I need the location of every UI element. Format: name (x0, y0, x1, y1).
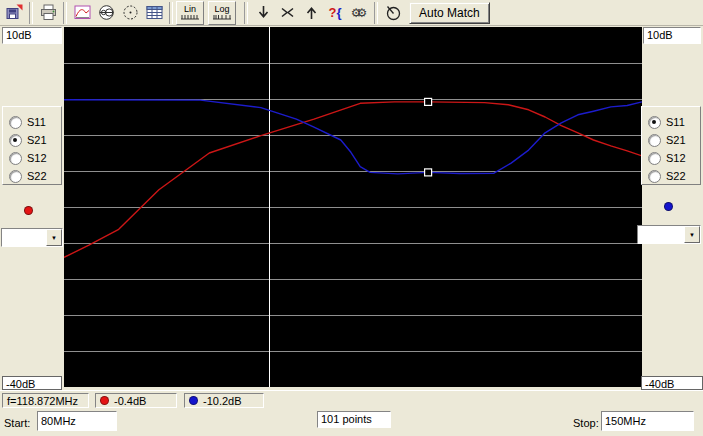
toolbar-separator (374, 2, 378, 24)
stop-label: Stop: (573, 417, 599, 429)
radio-s21-right[interactable]: S21 (648, 131, 700, 149)
rect-plot-icon (74, 4, 91, 21)
log-scale-icon (213, 14, 231, 20)
print-button[interactable] (36, 1, 60, 25)
blue-trace-readout: -10.2dB (184, 393, 264, 408)
left-scale-top-field[interactable]: 10dB (2, 27, 62, 44)
help-brace-button[interactable]: ?{ (323, 1, 347, 25)
blue-readout-text: -10.2dB (203, 395, 242, 407)
stop-frequency-input[interactable]: 150MHz (601, 411, 694, 431)
radio-s12-right[interactable]: S12 (648, 149, 700, 167)
lin-scale-button[interactable]: Lin (176, 1, 204, 25)
print-icon (40, 4, 57, 21)
left-scale-bottom-field[interactable]: -40dB (2, 376, 62, 390)
red-trace-dot-icon (24, 206, 33, 215)
toolbar-separator (244, 2, 248, 24)
chart-plot[interactable] (64, 27, 642, 387)
toolbar-separator (29, 2, 33, 24)
left-trace-dropdown[interactable]: ▼ (1, 228, 63, 247)
radio-circle-icon (648, 134, 661, 147)
radio-circle-icon (648, 152, 661, 165)
radio-circle-icon (9, 134, 22, 147)
toolbar-separator (169, 2, 173, 24)
match-button[interactable] (381, 1, 405, 25)
start-frequency-input[interactable]: 80MHz (37, 411, 117, 431)
polar-plot-button[interactable] (118, 1, 142, 25)
radio-s22-left[interactable]: S22 (9, 167, 61, 185)
polar-plot-icon (122, 4, 139, 21)
radio-label: S11 (666, 116, 685, 128)
radio-label: S11 (27, 116, 46, 128)
frequency-readout-text: f=118.872MHz (7, 395, 78, 407)
radio-s11-left[interactable]: S11 (9, 113, 61, 131)
converge-button[interactable] (275, 1, 299, 25)
radio-label: S21 (666, 134, 686, 146)
radio-s22-right[interactable]: S22 (648, 167, 700, 185)
radio-s11-right[interactable]: S11 (648, 113, 700, 131)
radio-circle-icon (9, 170, 22, 183)
rect-plot-button[interactable] (70, 1, 94, 25)
settings-button[interactable]: ⚙⚙ (347, 1, 371, 25)
right-scale-top-field[interactable]: 10dB (643, 27, 701, 44)
radio-s21-left[interactable]: S21 (9, 131, 61, 149)
lin-scale-icon (181, 14, 199, 20)
sweep-down-icon (255, 4, 272, 21)
toolbar: Lin Log (0, 0, 703, 26)
start-label: Start: (4, 417, 30, 429)
table-button[interactable] (142, 1, 166, 25)
lin-scale-label: Lin (184, 5, 196, 14)
dropdown-value (3, 230, 45, 245)
red-readout-text: -0.4dB (114, 395, 146, 407)
dropdown-value (639, 227, 683, 242)
toolbar-separator (63, 2, 67, 24)
radio-circle-icon (648, 116, 661, 129)
sweep-down-button[interactable] (251, 1, 275, 25)
auto-match-button[interactable]: Auto Match (409, 2, 490, 24)
chevron-down-icon[interactable]: ▼ (684, 226, 700, 243)
frequency-readout: f=118.872MHz (2, 393, 89, 408)
red-trace-readout: -0.4dB (95, 393, 177, 408)
auto-match-label: Auto Match (419, 6, 480, 20)
save-button[interactable] (2, 1, 26, 25)
help-brace-icon: ?{ (328, 6, 341, 19)
points-field[interactable]: 101 points (317, 411, 391, 428)
right-trace-dropdown[interactable]: ▼ (637, 225, 701, 244)
radio-label: S22 (666, 170, 686, 182)
radio-circle-icon (9, 116, 22, 129)
left-sparam-group: S11 S21 S12 S22 (2, 106, 62, 185)
smith-plot-button[interactable] (94, 1, 118, 25)
chevron-down-icon[interactable]: ▼ (46, 229, 62, 246)
radio-label: S22 (27, 170, 47, 182)
sweep-up-icon (303, 4, 320, 21)
red-dot-icon (100, 396, 109, 405)
sweep-up-button[interactable] (299, 1, 323, 25)
smith-plot-icon (98, 4, 115, 21)
blue-dot-icon (189, 396, 198, 405)
right-scale-bottom-field[interactable]: -40dB (641, 376, 703, 390)
gears-icon: ⚙⚙ (351, 6, 368, 20)
log-scale-label: Log (214, 5, 229, 14)
radio-label: S12 (27, 152, 47, 164)
radio-s12-left[interactable]: S12 (9, 149, 61, 167)
radio-circle-icon (9, 152, 22, 165)
vna-app-window: Lin Log (0, 0, 703, 436)
log-scale-button[interactable]: Log (208, 1, 236, 25)
table-icon (146, 4, 163, 21)
converge-icon (279, 4, 296, 21)
right-sparam-group: S11 S21 S12 S22 (641, 106, 701, 185)
match-circle-icon (385, 4, 402, 21)
radio-label: S12 (666, 152, 686, 164)
save-icon (6, 4, 23, 21)
blue-trace-dot-icon (664, 202, 673, 211)
radio-label: S21 (27, 134, 47, 146)
radio-circle-icon (648, 170, 661, 183)
status-bar: f=118.872MHz -0.4dB -10.2dB ◄ ► (0, 390, 703, 411)
